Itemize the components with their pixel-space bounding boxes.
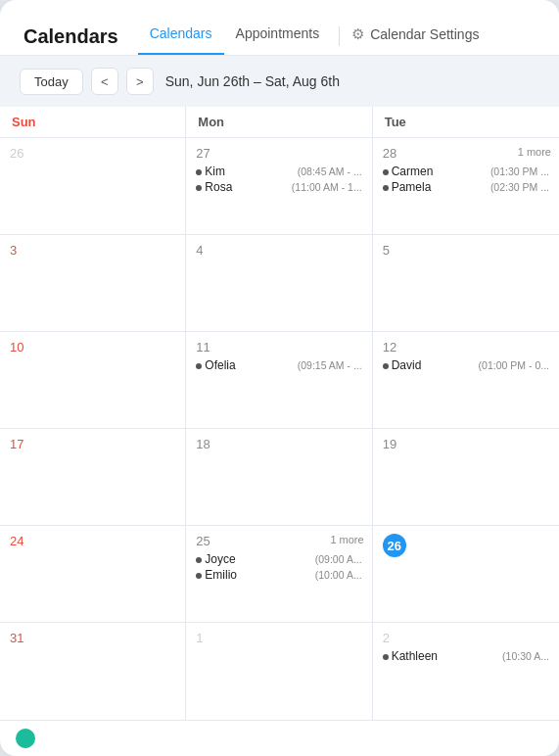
appointment-name: Kathleen [392,649,438,663]
appointment-dot [383,185,389,191]
toolbar: Today < > Sun, Jun 26th – Sat, Aug 6th [0,56,559,107]
day-number: 31 [10,631,175,645]
calendar-row: 2627Kim(08:45 AM - ...Rosa(11:00 AM - 1.… [0,138,559,235]
nav-tabs: Calendars Appointments ⚙ Calendar Settin… [138,18,491,55]
tab-appointments[interactable]: Appointments [224,18,332,55]
appointment-dot [383,654,389,660]
day-number: 17 [10,437,175,451]
calendar-cell[interactable]: 18 [186,429,372,525]
header: Calendars Calendars Appointments ⚙ Calen… [0,0,559,55]
today-button[interactable]: Today [20,69,83,95]
appointment-item[interactable]: Kim(08:45 AM - ... [196,165,361,178]
day-number: 4 [196,243,361,258]
calendar-row: 24251 moreJoyce(09:00 A...Emilio(10:00 A… [0,526,559,623]
calendar-cell[interactable]: 17 [0,429,186,525]
appointment-time: (10:00 A... [315,569,362,581]
calendar-header-row: Sun Mon Tue [0,107,559,138]
appointment-name: Pamela [392,180,435,194]
appointment-dot [383,169,389,175]
day-number: 3 [10,243,175,258]
calendar-cell[interactable]: 3 [0,235,186,331]
calendar-cell[interactable]: 12David(01:00 PM - 0... [373,332,559,428]
appointment-time: (11:00 AM - 1... [292,181,362,193]
calendar-cell[interactable]: 27Kim(08:45 AM - ...Rosa(11:00 AM - 1... [186,138,372,234]
calendar-cell[interactable]: 251 moreJoyce(09:00 A...Emilio(10:00 A..… [186,526,372,622]
nav-divider [339,26,340,46]
appointment-dot [196,169,202,175]
calendar-cell[interactable]: 24 [0,526,186,622]
calendar-cell[interactable]: 26 [373,526,559,622]
appointment-dot [196,557,202,563]
day-number: 2 [383,631,549,645]
appointment-name: Joyce [205,552,248,566]
prev-button[interactable]: < [91,68,118,95]
appointment-name: Emilio [205,568,248,582]
appointment-time: (10:30 A... [502,650,549,662]
appointment-item[interactable]: Pamela(02:30 PM ... [383,180,549,194]
day-number: 24 [10,534,175,548]
calendar-cell[interactable]: 4 [186,235,372,331]
date-range: Sun, Jun 26th – Sat, Aug 6th [165,73,340,89]
calendar-cell[interactable]: 26 [0,138,186,234]
today-badge: 26 [383,534,406,557]
calendar-cell[interactable]: 5 [373,235,559,331]
col-header-tue: Tue [373,107,559,137]
page-title: Calendars [23,25,118,48]
day-number: 19 [383,437,549,451]
appointment-name: Rosa [205,180,248,194]
appointment-item[interactable]: Rosa(11:00 AM - 1... [196,180,361,194]
appointment-time: (09:15 AM - ... [298,359,362,371]
calendar-settings-link[interactable]: ⚙ Calendar Settings [348,18,490,55]
col-header-mon: Mon [186,107,372,137]
appointment-time: (09:00 A... [315,553,362,565]
appointment-name: Ofelia [205,358,248,372]
appointment-item[interactable]: Kathleen(10:30 A... [383,649,549,663]
day-number: 18 [196,437,361,451]
calendar-row: 3112Kathleen(10:30 A... [0,623,559,720]
calendar-cell[interactable]: 2Kathleen(10:30 A... [373,623,559,720]
day-number: 26 [10,146,175,161]
appointment-dot [383,363,389,369]
calendar-row: 171819 [0,429,559,526]
calendar-cell[interactable]: 19 [373,429,559,525]
calendar-row: 345 [0,235,559,332]
appointment-name: David [392,358,435,372]
appointment-item[interactable]: Emilio(10:00 A... [196,568,361,582]
calendar-cell[interactable]: 10 [0,332,186,428]
appointment-time: (02:30 PM ... [490,181,549,193]
calendar-cell[interactable]: 1 [186,623,372,720]
calendar-row: 1011Ofelia(09:15 AM - ...12David(01:00 P… [0,332,559,429]
day-number: 11 [196,340,361,354]
footer [0,720,559,756]
next-button[interactable]: > [126,68,154,95]
calendar-card: Calendars Calendars Appointments ⚙ Calen… [0,0,559,756]
gear-icon: ⚙ [351,25,364,43]
day-number: 27 [196,146,361,161]
user-avatar [16,729,35,748]
appointment-name: Carmen [392,165,435,178]
tab-calendars[interactable]: Calendars [138,18,224,55]
appointment-time: (01:00 PM - 0... [479,359,549,371]
appointment-item[interactable]: Carmen(01:30 PM ... [383,165,549,178]
appointment-item[interactable]: Ofelia(09:15 AM - ... [196,358,361,372]
calendar-cell[interactable]: 281 moreCarmen(01:30 PM ...Pamela(02:30 … [373,138,559,234]
calendar-rows: 2627Kim(08:45 AM - ...Rosa(11:00 AM - 1.… [0,138,559,720]
day-number: 10 [10,340,175,354]
appointment-time: (08:45 AM - ... [298,165,362,177]
calendar-cell[interactable]: 11Ofelia(09:15 AM - ... [186,332,372,428]
col-header-sun: Sun [0,107,186,137]
day-number: 5 [383,243,549,258]
calendar-cell[interactable]: 31 [0,623,186,720]
appointment-dot [196,573,202,579]
more-badge[interactable]: 1 more [330,534,363,545]
appointment-time: (01:30 PM ... [490,165,549,177]
appointment-name: Kim [205,165,248,178]
day-number: 26 [383,534,549,561]
day-number: 1 [196,631,361,645]
calendar-grid: Sun Mon Tue 2627Kim(08:45 AM - ...Rosa(1… [0,107,559,720]
appointment-dot [196,363,202,369]
appointment-item[interactable]: David(01:00 PM - 0... [383,358,549,372]
appointment-item[interactable]: Joyce(09:00 A... [196,552,361,566]
more-badge[interactable]: 1 more [518,146,551,158]
day-number: 12 [383,340,549,354]
